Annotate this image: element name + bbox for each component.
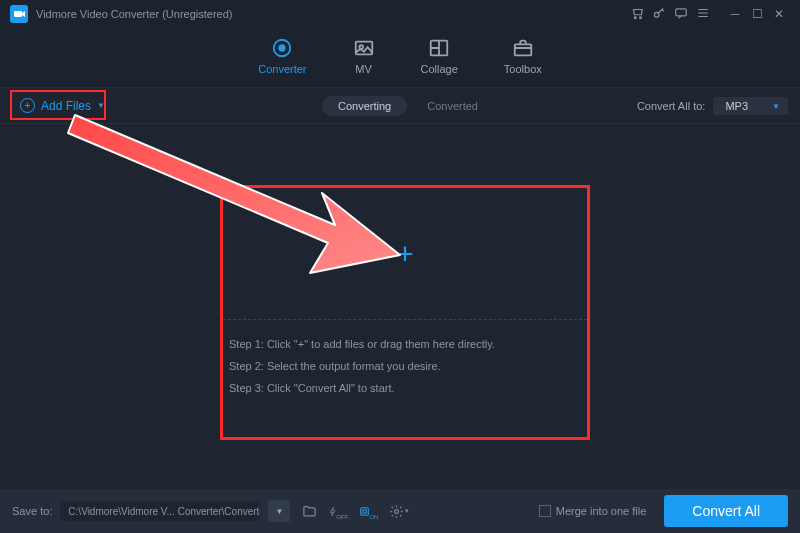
convert-all-to-label: Convert All to: [637,100,705,112]
mv-icon [353,37,375,59]
drop-area[interactable]: + [223,188,587,320]
tab-mv[interactable]: MV [353,37,375,79]
svg-rect-10 [515,44,532,55]
feedback-icon[interactable] [670,6,692,23]
app-logo [10,5,28,23]
footer-bar: Save to: C:\Vidmore\Vidmore V... Convert… [0,489,800,533]
merge-label: Merge into one file [556,505,647,517]
checkbox-icon [539,505,551,517]
close-icon[interactable]: ✕ [768,7,790,21]
svg-point-3 [654,12,659,17]
collage-icon [428,37,450,59]
app-title: Vidmore Video Converter (Unregistered) [36,8,232,20]
toolbox-icon [512,37,534,59]
add-files-button[interactable]: + Add Files ▼ [12,94,113,117]
chevron-down-icon: ▼ [772,101,780,110]
add-plus-icon[interactable]: + [396,239,414,269]
step-2: Step 2: Select the output format you des… [229,360,581,372]
main-nav: Converter MV Collage Toolbox [0,28,800,88]
svg-point-2 [640,16,642,18]
plus-circle-icon: + [20,98,35,113]
tab-label: Toolbox [504,63,542,75]
menu-icon[interactable] [692,6,714,23]
hw-accel-off-icon[interactable]: OFF [328,500,350,522]
tab-collage[interactable]: Collage [421,37,458,79]
add-files-label: Add Files [41,99,91,113]
step-1: Step 1: Click "+" to add files or drag t… [229,338,581,350]
step-3: Step 3: Click "Convert All" to start. [229,382,581,394]
tab-converted[interactable]: Converted [427,100,478,112]
tab-toolbox[interactable]: Toolbox [504,37,542,79]
svg-point-6 [280,45,286,51]
svg-point-1 [634,16,636,18]
open-folder-icon[interactable] [298,500,320,522]
svg-point-13 [395,509,399,513]
tab-label: MV [355,63,372,75]
output-format-select[interactable]: MP3 ▼ [713,97,788,115]
format-value: MP3 [725,100,748,112]
instructions: Step 1: Click "+" to add files or drag t… [223,320,587,437]
tab-converting[interactable]: Converting [322,96,407,116]
convert-all-button[interactable]: Convert All [664,495,788,527]
main-zone: + Step 1: Click "+" to add files or drag… [15,125,785,489]
key-icon[interactable] [648,6,670,23]
save-to-label: Save to: [12,505,52,517]
title-bar: Vidmore Video Converter (Unregistered) ─… [0,0,800,28]
tab-converter[interactable]: Converter [258,37,306,79]
save-path-display[interactable]: C:\Vidmore\Vidmore V... Converter\Conver… [60,502,260,521]
svg-rect-4 [676,8,687,15]
converter-icon [271,37,293,59]
caret-down-icon: ▼ [97,101,105,110]
settings-gear-icon[interactable]: ▾ [388,500,410,522]
drop-zone[interactable]: + Step 1: Click "+" to add files or drag… [223,188,587,437]
tab-label: Collage [421,63,458,75]
sub-bar: + Add Files ▼ Converting Converted Conve… [0,88,800,124]
cart-icon[interactable] [626,6,648,23]
tab-label: Converter [258,63,306,75]
svg-rect-0 [14,11,22,17]
maximize-icon[interactable]: ☐ [746,7,768,21]
merge-checkbox[interactable]: Merge into one file [539,505,647,517]
svg-rect-12 [363,509,366,512]
gpu-on-icon[interactable]: ON [358,500,380,522]
save-path-dropdown[interactable]: ▼ [268,500,290,522]
minimize-icon[interactable]: ─ [724,7,746,21]
svg-rect-11 [361,507,369,515]
